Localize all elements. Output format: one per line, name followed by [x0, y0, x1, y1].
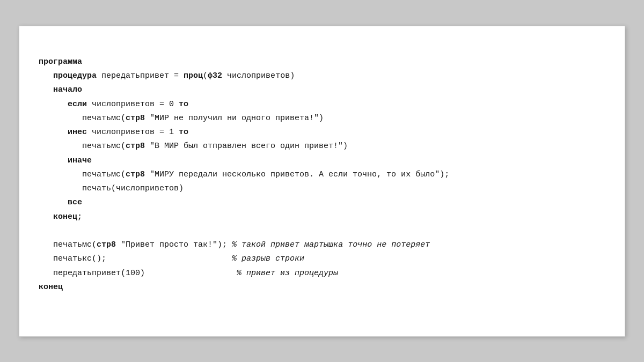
- line-4: если числоприветов = 0 то: [39, 100, 188, 109]
- code-container: программа процедура передатьпривет = про…: [19, 26, 625, 337]
- line-7: печатьмс(стр8 "В МИР был отправлен всего…: [39, 142, 348, 151]
- line-14: печатьмс(стр8 "Привет просто так!"); % т…: [39, 240, 430, 249]
- code-block: программа процедура передатьпривет = про…: [39, 41, 605, 309]
- line-2: процедура передатьпривет = проц(ф32 числ…: [39, 71, 295, 80]
- line-11: все: [39, 198, 82, 207]
- line-6: инес числоприветов = 1 то: [39, 128, 188, 137]
- line-8: иначе: [39, 156, 92, 165]
- line-12: конец;: [39, 212, 82, 221]
- line-1: программа: [39, 57, 82, 67]
- line-9: печатьмс(стр8 "МИРУ передали несколько п…: [39, 170, 449, 179]
- line-16: передатьпривет(100) % привет из процедур…: [39, 269, 338, 278]
- line-15: печатькс(); % разрыв строки: [39, 254, 304, 263]
- line-17: конец: [39, 283, 63, 292]
- line-3: начало: [39, 85, 82, 94]
- line-5: печатьмс(стр8 "МИР не получил ни одного …: [39, 114, 324, 123]
- line-10: печать(числоприветов): [39, 184, 184, 193]
